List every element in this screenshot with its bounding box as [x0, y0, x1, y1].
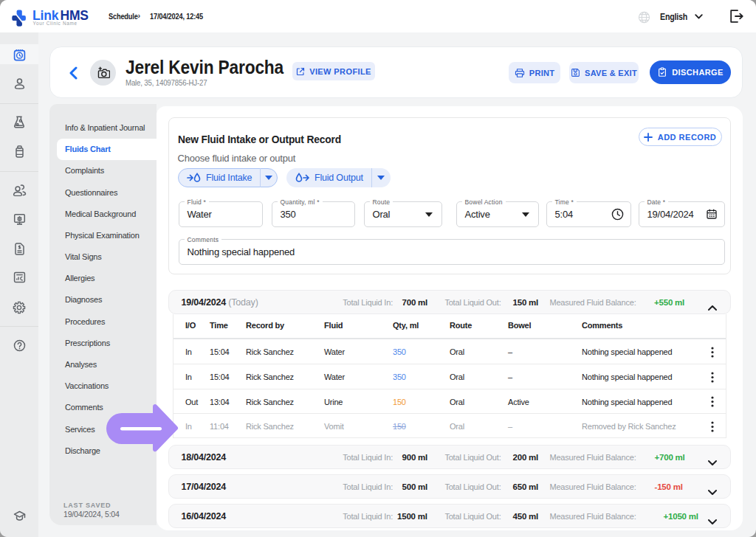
svg-text:Your Clinic Name: Your Clinic Name [33, 21, 78, 26]
